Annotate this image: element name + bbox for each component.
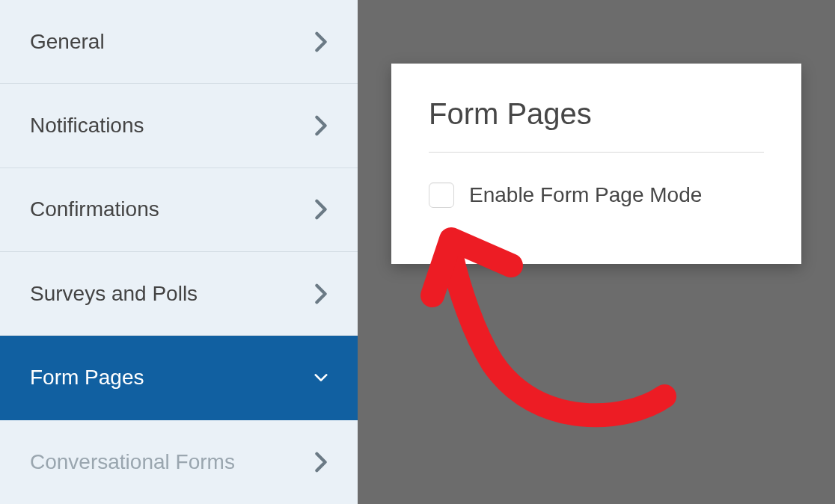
sidebar-item-label: Notifications <box>30 114 144 138</box>
chevron-down-icon <box>314 367 328 388</box>
sidebar-item-label: Form Pages <box>30 366 144 390</box>
sidebar-item-label: Confirmations <box>30 197 159 221</box>
settings-sidebar: General Notifications Confirmations Surv… <box>0 0 358 504</box>
sidebar-item-surveys-polls[interactable]: Surveys and Polls <box>0 252 358 336</box>
chevron-right-icon <box>314 31 328 52</box>
chevron-right-icon <box>314 452 328 473</box>
sidebar-item-label: Surveys and Polls <box>30 282 198 306</box>
enable-form-page-mode-row: Enable Form Page Mode <box>429 182 764 208</box>
sidebar-item-notifications[interactable]: Notifications <box>0 84 358 168</box>
chevron-right-icon <box>314 283 328 304</box>
chevron-right-icon <box>314 115 328 136</box>
sidebar-item-form-pages[interactable]: Form Pages <box>0 336 358 420</box>
panel-title: Form Pages <box>429 97 764 153</box>
enable-form-page-mode-checkbox[interactable] <box>429 182 454 208</box>
sidebar-item-label: General <box>30 30 105 54</box>
sidebar-item-general[interactable]: General <box>0 0 358 84</box>
chevron-right-icon <box>314 199 328 220</box>
sidebar-item-label: Conversational Forms <box>30 450 235 474</box>
sidebar-item-conversational-forms[interactable]: Conversational Forms <box>0 420 358 504</box>
sidebar-item-confirmations[interactable]: Confirmations <box>0 168 358 252</box>
content-area: Form Pages Enable Form Page Mode <box>358 0 835 504</box>
checkbox-label: Enable Form Page Mode <box>469 183 702 207</box>
form-pages-panel: Form Pages Enable Form Page Mode <box>391 64 801 264</box>
